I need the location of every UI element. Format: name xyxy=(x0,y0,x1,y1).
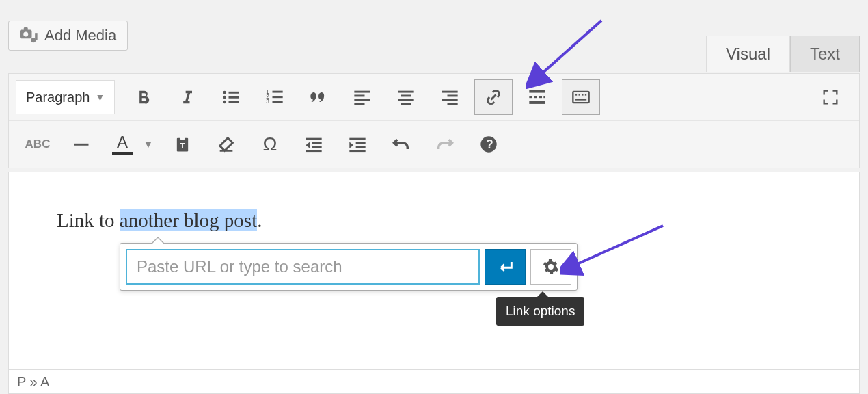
svg-text:3: 3 xyxy=(266,98,269,105)
status-bar: P » A xyxy=(8,370,860,394)
enter-icon xyxy=(496,257,515,276)
clipboard-icon: T xyxy=(173,135,192,154)
strikethrough-button[interactable]: ABC xyxy=(18,127,57,162)
keyboard-icon xyxy=(571,88,591,107)
numbered-list-button[interactable]: 123 xyxy=(256,79,294,115)
caret-down-icon: ▼ xyxy=(95,92,105,103)
svg-rect-24 xyxy=(401,103,411,105)
eraser-icon xyxy=(217,135,236,154)
outdent-icon xyxy=(304,135,323,154)
add-media-label: Add Media xyxy=(44,27,116,44)
outdent-button[interactable] xyxy=(295,127,333,162)
align-right-icon xyxy=(440,88,459,107)
bullet-list-icon xyxy=(221,88,241,107)
element-path: P » A xyxy=(17,374,49,390)
text-color-icon: A xyxy=(117,134,128,150)
svg-rect-31 xyxy=(534,96,538,98)
numbered-list-icon: 123 xyxy=(265,88,284,107)
bold-button[interactable] xyxy=(124,79,163,115)
indent-button[interactable] xyxy=(338,127,377,162)
camera-music-icon xyxy=(20,27,39,44)
horizontal-rule-button[interactable] xyxy=(62,127,100,162)
svg-point-7 xyxy=(223,96,227,99)
editor-tabs: Visual Text xyxy=(706,36,860,72)
read-more-icon xyxy=(528,88,547,107)
toolbar-row-1: Paragraph ▼ 123 xyxy=(9,74,859,121)
undo-icon xyxy=(392,135,411,154)
align-left-icon xyxy=(353,88,372,107)
svg-point-9 xyxy=(223,101,227,104)
indent-icon xyxy=(348,135,367,154)
italic-button[interactable] xyxy=(168,79,206,115)
fullscreen-button[interactable] xyxy=(811,79,850,115)
svg-rect-16 xyxy=(273,101,283,103)
gear-icon xyxy=(543,259,559,275)
italic-icon xyxy=(178,88,197,107)
redo-icon xyxy=(435,135,455,154)
svg-rect-39 xyxy=(585,94,586,95)
special-character-button[interactable]: Ω xyxy=(251,127,289,162)
svg-rect-33 xyxy=(544,96,545,98)
horizontal-line-icon xyxy=(72,135,91,154)
link-url-input[interactable] xyxy=(126,249,480,285)
bullet-list-button[interactable] xyxy=(212,79,250,115)
undo-button[interactable] xyxy=(382,127,420,162)
apply-link-button[interactable] xyxy=(485,249,526,285)
svg-point-2 xyxy=(23,31,28,36)
align-right-button[interactable] xyxy=(431,79,469,115)
svg-rect-27 xyxy=(442,98,458,101)
link-options-tooltip: Link options xyxy=(496,297,584,326)
svg-rect-41 xyxy=(74,144,89,146)
svg-rect-40 xyxy=(575,98,586,100)
redo-button[interactable] xyxy=(426,127,464,162)
svg-rect-25 xyxy=(442,91,458,93)
link-options-button[interactable] xyxy=(530,249,571,285)
strikethrough-icon: ABC xyxy=(25,137,51,151)
svg-rect-52 xyxy=(349,150,365,152)
svg-rect-36 xyxy=(575,94,577,95)
selected-text: another blog post xyxy=(120,209,257,231)
svg-rect-30 xyxy=(530,96,533,98)
svg-rect-12 xyxy=(273,91,283,93)
quote-icon xyxy=(309,88,328,107)
svg-rect-47 xyxy=(312,146,322,148)
tab-text[interactable]: Text xyxy=(790,36,860,72)
text-color-dropdown[interactable]: ▼ xyxy=(139,127,158,162)
link-icon xyxy=(484,88,503,107)
paste-text-button[interactable]: T xyxy=(163,127,202,162)
clear-formatting-button[interactable] xyxy=(207,127,245,162)
insert-more-button[interactable] xyxy=(518,79,556,115)
text-color-group: A ▼ xyxy=(106,127,158,162)
text-color-button[interactable]: A xyxy=(106,127,139,162)
svg-rect-18 xyxy=(355,95,365,97)
tab-visual[interactable]: Visual xyxy=(706,36,790,72)
svg-rect-32 xyxy=(539,96,543,98)
blockquote-button[interactable] xyxy=(299,79,338,115)
add-media-button[interactable]: Add Media xyxy=(8,21,128,51)
align-left-button[interactable] xyxy=(343,79,381,115)
editor-text[interactable]: Link to another blog post. xyxy=(9,172,859,246)
svg-rect-1 xyxy=(24,27,28,31)
editor-toolbar: Paragraph ▼ 123 xyxy=(8,73,860,168)
caret-down-icon: ▼ xyxy=(144,139,153,150)
svg-rect-28 xyxy=(448,103,458,105)
svg-rect-23 xyxy=(398,98,414,101)
help-button[interactable]: ? xyxy=(470,127,508,162)
svg-rect-49 xyxy=(349,138,365,140)
fullscreen-icon xyxy=(821,88,840,107)
help-icon: ? xyxy=(479,135,498,154)
svg-rect-50 xyxy=(356,142,366,144)
svg-rect-21 xyxy=(398,91,414,93)
toolbar-toggle-button[interactable] xyxy=(562,79,600,115)
svg-rect-19 xyxy=(355,98,370,101)
svg-rect-10 xyxy=(229,101,239,103)
align-center-icon xyxy=(396,88,416,107)
align-center-button[interactable] xyxy=(387,79,425,115)
svg-point-5 xyxy=(223,91,227,94)
svg-rect-35 xyxy=(573,92,589,103)
svg-rect-38 xyxy=(582,94,583,95)
svg-rect-20 xyxy=(355,103,365,105)
insert-link-button[interactable] xyxy=(474,79,513,115)
format-select[interactable]: Paragraph ▼ xyxy=(16,80,115,114)
svg-rect-37 xyxy=(579,94,580,95)
